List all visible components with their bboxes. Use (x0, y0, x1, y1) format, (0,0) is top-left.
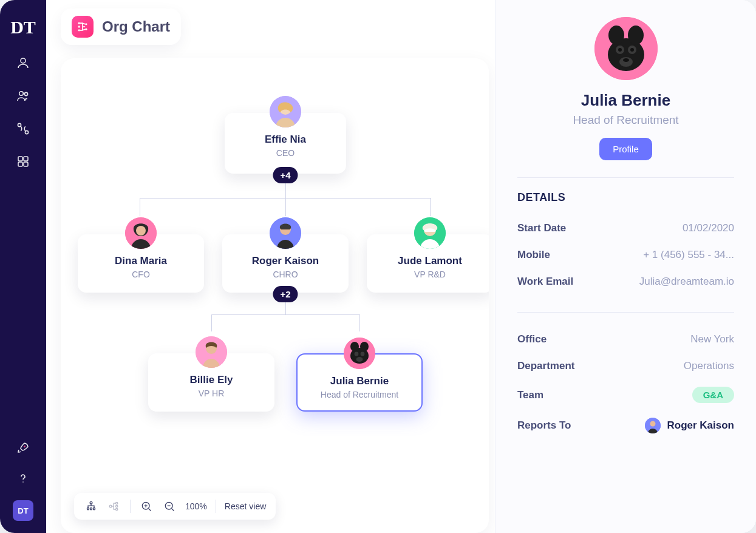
avatar (270, 217, 301, 249)
svg-point-14 (85, 23, 87, 25)
reset-view-button[interactable]: Reset view (225, 501, 266, 511)
zoom-level: 100% (185, 501, 207, 511)
org-node[interactable]: Roger Kaison CHRO +2 (222, 234, 349, 293)
nav-apps-icon[interactable] (15, 153, 32, 170)
svg-point-35 (90, 501, 92, 504)
sidebar: DT DT (0, 0, 46, 533)
details-panel: Julia Bernie Head of Recruitment Profile… (495, 0, 756, 533)
page-title: Org Chart (102, 18, 170, 35)
child-count-badge[interactable]: +2 (273, 286, 298, 302)
svg-point-41 (116, 505, 118, 507)
detail-label: Department (517, 360, 574, 372)
org-node-selected[interactable]: Julia Bernie Head of Recruitment (296, 353, 423, 412)
detail-label: Reports To (517, 419, 571, 432)
sidebar-user-badge[interactable]: DT (13, 500, 33, 521)
org-chart-canvas[interactable]: Effie Nia CEO +4 Dina Maria CFO R (61, 58, 489, 533)
svg-point-54 (623, 58, 629, 62)
detail-value: Julia@dreamteam.io (639, 276, 734, 288)
svg-point-2 (24, 92, 27, 95)
detail-row-mobile: Mobile + 1 (456) 555 - 34... (517, 242, 734, 268)
svg-point-32 (355, 352, 359, 356)
avatar (196, 336, 227, 368)
avatar (344, 338, 375, 369)
svg-point-9 (24, 446, 26, 447)
svg-point-10 (22, 481, 24, 483)
node-role: VP R&D (373, 270, 487, 279)
avatar (414, 217, 446, 249)
nav-help-icon[interactable] (15, 470, 32, 487)
node-name: Roger Kaison (228, 255, 342, 267)
svg-point-30 (350, 342, 359, 351)
svg-rect-7 (18, 162, 22, 166)
svg-point-1 (19, 92, 24, 96)
org-node[interactable]: Jude Lamont VP R&D (367, 234, 489, 293)
svg-point-48 (628, 25, 644, 45)
svg-point-42 (116, 508, 118, 510)
zoom-out-icon[interactable] (162, 499, 177, 514)
nav-people-icon[interactable] (15, 87, 32, 104)
sidebar-nav (15, 55, 32, 170)
svg-point-12 (78, 25, 80, 27)
app-root: DT DT (0, 0, 756, 533)
layout-horizontal-icon[interactable] (107, 499, 121, 514)
node-role: CEO (231, 148, 340, 158)
node-role: CFO (84, 270, 198, 279)
profile-button[interactable]: Profile (599, 138, 652, 160)
layout-vertical-icon[interactable] (84, 499, 98, 514)
detail-row-office: Office New York (517, 326, 734, 353)
nav-profile-icon[interactable] (15, 55, 32, 72)
svg-point-36 (87, 508, 89, 510)
svg-point-34 (356, 357, 363, 362)
main: Org Chart Effie Nia (46, 0, 495, 533)
sidebar-bottom: DT (13, 440, 33, 521)
details-name: Julia Bernie (581, 91, 670, 110)
org-node[interactable]: Billie Ely VP HR (148, 353, 274, 412)
detail-value: Operations (684, 360, 734, 372)
reports-to-value[interactable]: Roger Kaison (645, 418, 734, 433)
node-role: Head of Recruitment (304, 390, 415, 399)
node-name: Jude Lamont (373, 255, 487, 267)
svg-point-0 (21, 58, 26, 63)
detail-label: Mobile (517, 249, 550, 261)
svg-point-39 (109, 505, 112, 508)
svg-point-51 (618, 48, 622, 52)
svg-point-20 (136, 226, 146, 236)
svg-point-52 (630, 48, 634, 52)
org-node[interactable]: Dina Maria CFO (78, 234, 204, 293)
detail-label: Start Date (517, 222, 566, 234)
separator (130, 500, 131, 513)
zoom-in-icon[interactable] (139, 499, 154, 514)
svg-point-38 (93, 508, 95, 510)
detail-row-reports-to: Reports To Roger Kaison (517, 410, 734, 441)
avatar (645, 418, 661, 433)
detail-label: Work Email (517, 276, 573, 288)
nav-rocket-icon[interactable] (15, 440, 32, 457)
detail-row-department: Department Operations (517, 353, 734, 379)
svg-rect-8 (24, 162, 28, 166)
detail-label: Team (517, 389, 543, 401)
detail-row-email: Work Email Julia@dreamteam.io (517, 268, 734, 295)
node-role: VP HR (154, 389, 268, 398)
divider (517, 312, 734, 313)
detail-row-start-date: Start Date 01/02/2020 (517, 215, 734, 242)
node-name: Julia Bernie (304, 375, 415, 387)
reports-to-name: Roger Kaison (667, 419, 734, 432)
separator (216, 500, 216, 513)
org-chart-icon (72, 16, 94, 38)
avatar (270, 96, 301, 127)
detail-value: + 1 (456) 555 - 34... (643, 249, 734, 261)
details-avatar (594, 17, 658, 80)
nav-workflow-icon[interactable] (15, 120, 32, 137)
svg-rect-5 (18, 157, 22, 161)
svg-point-13 (78, 29, 80, 31)
svg-point-47 (608, 25, 624, 45)
node-name: Effie Nia (231, 134, 340, 146)
org-node-root[interactable]: Effie Nia CEO +4 (225, 113, 346, 174)
page-header: Org Chart (61, 8, 181, 45)
app-logo: DT (10, 17, 36, 38)
svg-point-31 (360, 342, 369, 351)
chart-toolbar: 100% Reset view (74, 493, 276, 520)
child-count-badge[interactable]: +4 (273, 167, 298, 183)
svg-point-40 (116, 502, 118, 504)
team-badge: G&A (692, 387, 734, 403)
